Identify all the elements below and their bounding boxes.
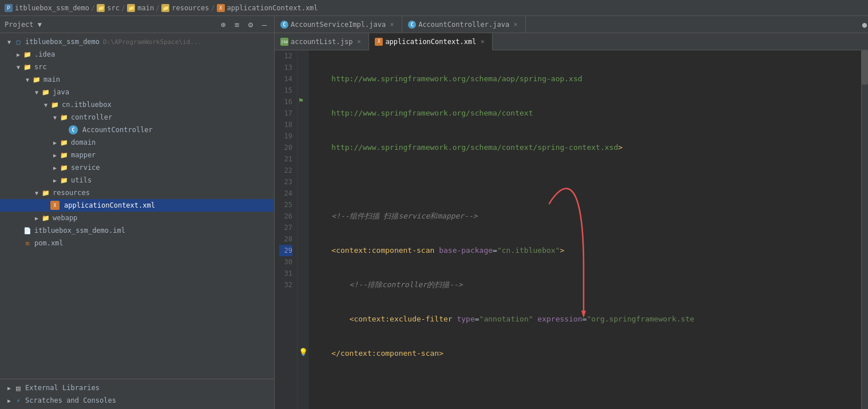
tree-item-src[interactable]: ▼ 📁 src [0, 61, 274, 73]
right-scroll-icon: ● [862, 20, 867, 29]
tag-close-14: > [618, 142, 623, 153]
scrollbar-thumb[interactable] [862, 50, 868, 85]
xml-tab-icon: X [375, 38, 383, 46]
expand-arrow-cn[interactable]: ▼ [41, 100, 50, 109]
tab-close-service-impl[interactable]: ✕ [388, 21, 396, 29]
tab-account-controller[interactable]: C AccountController.java ✕ [402, 16, 526, 33]
jsp-tab-icon: jsp [280, 38, 288, 46]
tree-item-root[interactable]: ▼ □ itbluebox_ssm_demo D:\AProgramWorkSp… [0, 35, 274, 48]
expand-arrow-main[interactable]: ▼ [23, 75, 32, 84]
eq-19b: = [582, 313, 587, 325]
ln-25: 25 [279, 199, 292, 211]
project-label: Project ▼ [5, 21, 42, 29]
ln-19: 19 [279, 130, 292, 142]
ln-13: 13 [279, 62, 292, 73]
expand-arrow-idea[interactable]: ▶ [14, 50, 23, 59]
folder-utils-icon: 📁 [60, 176, 69, 185]
expand-arrow-java[interactable]: ▼ [32, 88, 41, 97]
folder-main-icon: 📁 [32, 75, 41, 84]
expand-arrow-controller[interactable]: ▼ [50, 113, 60, 122]
expand-arrow-webapp[interactable]: ▶ [32, 213, 41, 223]
url-14: http://www.springframework.org/schema/co… [314, 142, 618, 153]
ln-21: 21 [279, 153, 292, 165]
code-line-16: <!--组件扫描 扫描service和mapper--> [314, 211, 857, 222]
comment-18: <!--排除controller的扫描--> [314, 279, 463, 291]
code-lines[interactable]: http://www.springframework.org/schema/ao… [309, 50, 861, 409]
code-19-sp2 [453, 313, 457, 325]
breadcrumb-main[interactable]: 📁 main [127, 4, 154, 12]
expand-arrow-extlibs[interactable]: ▶ [5, 383, 14, 392]
ln-18: 18 [279, 119, 292, 130]
expand-arrow[interactable]: ▼ [5, 37, 14, 46]
right-scrollbar[interactable] [861, 50, 868, 409]
tree-label-iml: itbluebox_ssm_demo.iml [34, 227, 125, 235]
tree-item-resources[interactable]: ▼ 📁 resources [0, 186, 274, 199]
ln-20: 20 [279, 142, 292, 153]
tab-close-appctx[interactable]: ✕ [478, 38, 486, 46]
tree-item-appctx[interactable]: X applicationContext.xml [0, 199, 274, 212]
settings-button[interactable]: ⚙ [245, 19, 256, 30]
folder-cn-icon: 📁 [50, 100, 60, 109]
tree-item-pom[interactable]: m pom.xml [0, 237, 274, 249]
ln-30: 30 [279, 256, 292, 268]
expand-arrow-scratches[interactable]: ▶ [5, 396, 14, 405]
breadcrumb-xml[interactable]: X applicationContext.xml [217, 4, 318, 12]
url-13: http://www.springframework.org/schema/co… [314, 108, 533, 119]
locate-button[interactable]: ⊕ [218, 19, 228, 30]
tab-label-service-impl: AccountServiceImpl.java [291, 21, 386, 29]
expand-arrow-domain[interactable]: ▶ [50, 138, 60, 147]
breadcrumb-project[interactable]: P itbluebox_ssm_demo [5, 4, 89, 12]
code-editor[interactable]: 12 13 14 15 16 17 18 19 20 21 22 23 24 2… [275, 50, 868, 409]
close-sidebar-button[interactable]: — [259, 19, 269, 30]
java-tab-icon1: C [280, 21, 288, 29]
attr-17: base-package [439, 245, 493, 256]
file-tree[interactable]: ▼ □ itbluebox_ssm_demo D:\AProgramWorkSp… [0, 33, 274, 379]
expand-arrow-resources[interactable]: ▼ [32, 188, 41, 197]
tree-label-ac: AccountController [82, 126, 153, 134]
ln-26: 26 [279, 211, 292, 222]
tree-item-main[interactable]: ▼ 📁 main [0, 73, 274, 86]
tree-item-mapper[interactable]: ▶ 📁 mapper [0, 149, 274, 161]
code-19-sp [314, 313, 350, 325]
tree-item-utils[interactable]: ▶ 📁 utils [0, 174, 274, 186]
breadcrumb-src[interactable]: 📁 src [97, 4, 120, 12]
tree-item-cn-itbluebox[interactable]: ▼ 📁 cn.itbluebox [0, 98, 274, 111]
tab-close-accountlist[interactable]: ✕ [355, 38, 363, 46]
breadcrumb-resources-label: resources [172, 4, 209, 12]
tab-appctx[interactable]: X applicationContext.xml ✕ [369, 33, 493, 50]
tree-label-domain: domain [71, 138, 96, 146]
expand-arrow-utils[interactable]: ▶ [50, 176, 60, 185]
folder-icon2: 📁 [127, 4, 135, 12]
tree-item-webapp[interactable]: ▶ 📁 webapp [0, 212, 274, 224]
expand-arrow-ac [60, 125, 69, 134]
tree-item-scratches[interactable]: ▶ ⚡ Scratches and Consoles [0, 394, 274, 407]
tree-item-domain[interactable]: ▶ 📁 domain [0, 136, 274, 149]
tab-close-controller[interactable]: ✕ [512, 21, 520, 29]
expand-arrow-src[interactable]: ▼ [14, 62, 23, 72]
lightbulb-icon[interactable]: 💡 [299, 348, 308, 356]
tab-account-list[interactable]: jsp accountList.jsp ✕ [275, 33, 369, 50]
expand-arrow-service[interactable]: ▶ [50, 163, 60, 172]
tree-item-controller[interactable]: ▼ 📁 controller [0, 111, 274, 124]
java-class-icon: C [69, 125, 78, 134]
tree-item-extlibs[interactable]: ▶ ▤ External Libraries [0, 382, 274, 394]
expand-arrow-pom [14, 239, 23, 248]
folder-service-icon: 📁 [60, 163, 69, 172]
attr-expr-19: expression [537, 313, 582, 325]
ln-31: 31 [279, 268, 292, 279]
tree-item-idea[interactable]: ▶ 📁 .idea [0, 48, 274, 61]
code-line-17: <context:component-scan base-package="cn… [314, 245, 857, 256]
tree-item-java[interactable]: ▼ 📁 java [0, 86, 274, 98]
tag-open-19: <context:exclude-filter [350, 313, 453, 325]
collapse-all-button[interactable]: ≡ [232, 19, 242, 30]
breadcrumb-resources[interactable]: 📁 resources [161, 4, 209, 12]
expand-arrow-mapper[interactable]: ▶ [50, 150, 60, 160]
tabs-row2: jsp accountList.jsp ✕ X applicationConte… [275, 33, 868, 50]
tree-item-account-controller[interactable]: C AccountController [0, 124, 274, 136]
xml-file-icon: X [50, 201, 60, 210]
tree-item-iml[interactable]: 📄 itbluebox_ssm_demo.iml [0, 224, 274, 237]
tree-item-service[interactable]: ▶ 📁 service [0, 161, 274, 174]
sep1: / [91, 4, 95, 12]
sidebar-header: Project ▼ ⊕ ≡ ⚙ — [0, 16, 274, 33]
tab-account-service-impl[interactable]: C AccountServiceImpl.java ✕ [275, 16, 402, 33]
